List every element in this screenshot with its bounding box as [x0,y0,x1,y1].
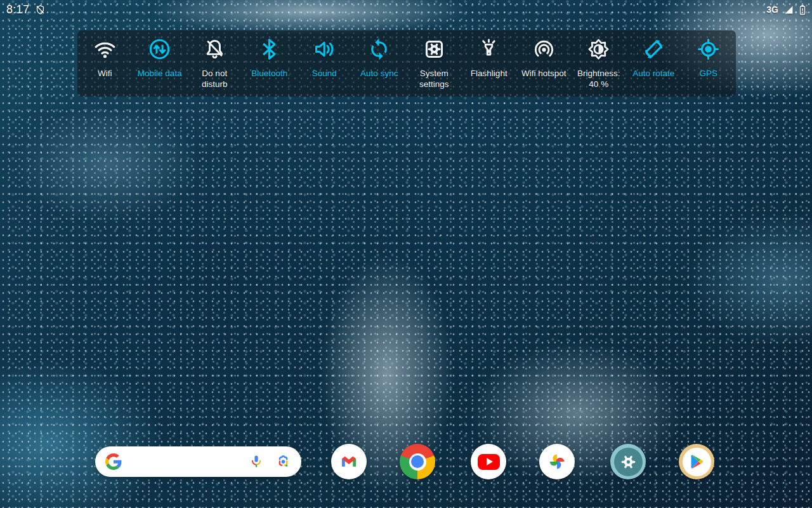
status-bar-left: 8:17 [6,3,46,17]
qs-tile-label: Brightness: 40 % [572,68,625,90]
qs-tile-flashlight[interactable]: Flashlight [462,30,517,97]
qs-tile-label: Wifi [98,68,112,79]
qs-tile-do-not-disturb[interactable]: Do not disturb [187,30,242,97]
qs-tile-brightness[interactable]: Brightness: 40 % [572,30,627,97]
quick-settings-panel: Wifi Mobile data Do not disturb [77,30,736,97]
shield-off-icon [35,4,46,15]
google-g-logo [105,453,122,470]
chrome-icon [400,444,435,479]
network-type-label: 3G [766,4,778,15]
qs-tile-wifi[interactable]: Wifi [77,30,133,97]
qs-tile-label: Wifi hotspot [521,68,566,79]
qs-tile-mobile-data[interactable]: Mobile data [133,30,188,97]
auto-rotate-icon [642,37,665,64]
qs-tile-label: GPS [699,68,717,79]
qs-tile-label: Auto sync [360,68,398,79]
wifi-hotspot-icon [532,37,556,64]
qs-tile-label: Bluetooth [251,68,287,79]
qs-tile-wifi-hotspot[interactable]: Wifi hotspot [516,30,572,97]
wifi-icon [93,37,117,64]
qs-tile-gps[interactable]: GPS [681,30,737,97]
google-photos-icon [546,451,568,472]
qs-tile-auto-sync[interactable]: Auto sync [352,30,407,97]
brightness-icon [587,37,610,64]
app-icon-gmail[interactable] [331,444,367,479]
google-mic-icon[interactable] [249,454,264,469]
qs-tile-label: Sound [312,68,337,79]
app-icon-youtube[interactable] [471,444,506,479]
google-search-bar[interactable] [95,446,301,477]
play-store-icon [683,448,711,476]
home-screen: 8:17 3G [0,0,812,508]
qs-tile-label: Auto rotate [632,68,674,79]
status-bar-right: 3G [766,4,806,15]
qs-tile-sound[interactable]: Sound [297,30,352,97]
do-not-disturb-icon [203,37,226,64]
flashlight-icon [477,37,501,64]
youtube-icon [478,454,500,470]
qs-tile-label: Mobile data [138,68,182,79]
mobile-data-icon [148,37,171,64]
gps-icon [697,37,720,64]
google-lens-icon[interactable] [275,454,291,470]
battery-icon [799,4,806,15]
auto-sync-icon [367,37,391,64]
settings-gear-icon [614,448,643,476]
app-icon-play-store[interactable] [679,444,714,479]
gmail-icon [338,451,360,472]
qs-tile-bluetooth[interactable]: Bluetooth [242,30,298,97]
system-settings-icon [422,37,446,64]
bluetooth-icon [258,37,281,64]
qs-tile-auto-rotate[interactable]: Auto rotate [626,30,681,97]
status-bar[interactable]: 8:17 3G [0,0,812,18]
qs-tile-system-settings[interactable]: System settings [407,30,462,97]
app-icon-photos[interactable] [539,444,575,479]
qs-tile-label: System settings [407,68,461,90]
clock: 8:17 [6,3,29,17]
qs-tile-label: Flashlight [471,68,508,79]
sound-icon [313,37,336,64]
signal-full-icon [784,5,794,15]
qs-tile-label: Do not disturb [188,68,241,90]
app-icon-chrome[interactable] [400,444,435,479]
app-icon-settings[interactable] [610,444,646,479]
